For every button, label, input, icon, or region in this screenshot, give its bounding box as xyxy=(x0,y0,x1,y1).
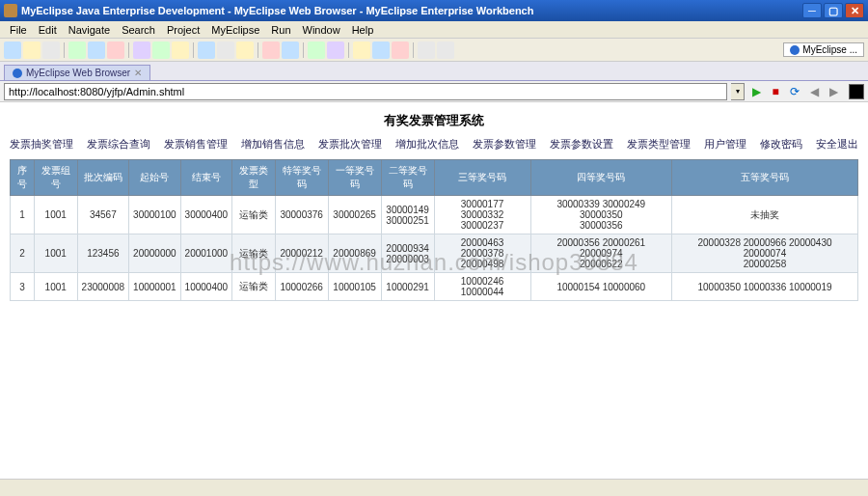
table-header-row: 序号 发票组号 批次编码 起始号 结束号 发票类型 特等奖号码 一等奖号码 二等… xyxy=(11,160,858,196)
nav-item[interactable]: 增加销售信息 xyxy=(241,137,305,152)
new-project-icon[interactable] xyxy=(198,41,215,59)
address-input[interactable] xyxy=(4,83,727,100)
col-header: 四等奖号码 xyxy=(530,160,671,196)
col-header: 批次编码 xyxy=(77,160,129,196)
table-cell: 20000869 xyxy=(328,234,381,273)
new-class-icon[interactable] xyxy=(236,41,254,59)
minimize-button[interactable]: ─ xyxy=(802,3,822,18)
status-bar xyxy=(0,479,868,496)
menu-file[interactable]: File xyxy=(4,24,33,36)
save-all-icon[interactable] xyxy=(42,41,60,59)
table-cell: 运输类 xyxy=(232,234,276,273)
search-icon[interactable] xyxy=(262,41,280,59)
reload-icon[interactable]: ⟳ xyxy=(787,84,802,99)
close-button[interactable]: ✕ xyxy=(845,3,864,18)
main-toolbar: MyEclipse ... xyxy=(0,39,868,62)
menu-myeclipse[interactable]: MyEclipse xyxy=(205,24,265,36)
col-header: 发票组号 xyxy=(34,160,77,196)
table-row: 31001230000081000000110000400运输类10000266… xyxy=(11,273,858,301)
run-icon[interactable] xyxy=(152,41,170,59)
table-cell: 20000463 20000378 20000498 xyxy=(434,234,530,273)
new-package-icon[interactable] xyxy=(217,41,234,59)
editor-tabbar: MyEclipse Web Browser ✕ xyxy=(0,62,868,81)
page-title: 有奖发票管理系统 xyxy=(10,108,858,137)
sync-icon[interactable] xyxy=(308,41,325,59)
table-cell: 10000105 xyxy=(328,273,381,301)
menu-project[interactable]: Project xyxy=(161,24,205,36)
color-swatch[interactable] xyxy=(849,84,864,99)
maximize-button[interactable]: ▢ xyxy=(824,3,843,18)
table-cell: 10000266 xyxy=(275,273,328,301)
col-header: 三等奖号码 xyxy=(434,160,530,196)
nav-item[interactable]: 发票抽奖管理 xyxy=(10,137,73,152)
back-icon[interactable]: ◀ xyxy=(806,84,822,99)
nav-item[interactable]: 发票综合查询 xyxy=(87,137,150,152)
save-icon[interactable] xyxy=(23,41,41,59)
forward-icon[interactable]: ▶ xyxy=(826,84,841,99)
tab-close-icon[interactable]: ✕ xyxy=(134,68,142,78)
stop-icon[interactable]: ■ xyxy=(768,84,783,99)
nav-item[interactable]: 发票批次管理 xyxy=(318,137,382,152)
server-icon[interactable] xyxy=(88,41,105,59)
menu-search[interactable]: Search xyxy=(116,24,161,36)
table-cell: 30000376 xyxy=(275,196,328,234)
nav-item[interactable]: 发票参数设置 xyxy=(550,137,613,152)
build-icon[interactable] xyxy=(353,41,370,59)
table-cell: 30000265 xyxy=(328,196,381,234)
deploy-icon[interactable] xyxy=(68,41,86,59)
address-dropdown-icon[interactable]: ▾ xyxy=(731,83,745,100)
nav-item[interactable]: 安全退出 xyxy=(816,137,858,152)
menu-edit[interactable]: Edit xyxy=(33,24,63,36)
col-header: 发票类型 xyxy=(232,160,276,196)
table-cell: 10000400 xyxy=(180,273,232,301)
new-icon[interactable] xyxy=(4,41,21,59)
stop-server-icon[interactable] xyxy=(107,41,124,59)
nav-item[interactable]: 发票类型管理 xyxy=(627,137,691,152)
annotate-icon[interactable] xyxy=(282,41,299,59)
menu-bar: File Edit Navigate Search Project MyEcli… xyxy=(0,21,868,39)
go-icon[interactable]: ▶ xyxy=(748,84,764,99)
refresh-icon[interactable] xyxy=(327,41,344,59)
table-cell: 运输类 xyxy=(232,273,276,301)
menu-run[interactable]: Run xyxy=(265,24,296,36)
table-cell: 20000328 20000966 20000430 20000074 2000… xyxy=(672,234,858,273)
table-cell: 30000100 xyxy=(129,196,181,234)
nav-item[interactable]: 用户管理 xyxy=(704,137,746,152)
table-cell: 10000001 xyxy=(129,273,181,301)
nav-item[interactable]: 发票销售管理 xyxy=(164,137,228,152)
nav-item[interactable]: 增加批次信息 xyxy=(395,137,459,152)
table-cell: 30000339 30000249 30000350 30000356 xyxy=(530,196,671,234)
table-cell: 20000212 xyxy=(275,234,328,273)
nav-item[interactable]: 修改密码 xyxy=(760,137,802,152)
nav-item[interactable]: 发票参数管理 xyxy=(473,137,536,152)
table-cell: 23000008 xyxy=(77,273,129,301)
validate-icon[interactable] xyxy=(372,41,390,59)
col-header: 特等奖号码 xyxy=(275,160,328,196)
menu-help[interactable]: Help xyxy=(346,24,380,36)
menu-navigate[interactable]: Navigate xyxy=(63,24,116,36)
table-cell: 1001 xyxy=(34,196,77,234)
table-cell: 3 xyxy=(11,273,35,301)
col-header: 二等奖号码 xyxy=(381,160,434,196)
back-nav-icon[interactable] xyxy=(418,41,435,59)
bookmark-icon[interactable] xyxy=(392,41,409,59)
debug-icon[interactable] xyxy=(133,41,150,59)
table-row: 11001345673000010030000400运输类30000376300… xyxy=(11,196,858,234)
menu-window[interactable]: Window xyxy=(297,24,346,36)
table-cell: 10000154 10000060 xyxy=(530,273,671,301)
table-cell: 未抽奖 xyxy=(672,196,858,234)
forward-nav-icon[interactable] xyxy=(437,41,454,59)
table-cell: 1001 xyxy=(34,273,77,301)
table-cell: 1 xyxy=(11,196,35,234)
table-cell: 20000000 xyxy=(129,234,181,273)
table-cell: 30000400 xyxy=(180,196,232,234)
tab-browser[interactable]: MyEclipse Web Browser ✕ xyxy=(4,65,150,80)
window-titlebar: MyEclipse Java Enterprise Development - … xyxy=(0,0,868,21)
window-title: MyEclipse Java Enterprise Development - … xyxy=(21,5,533,16)
col-header: 五等奖号码 xyxy=(672,160,858,196)
app-top-nav: 发票抽奖管理 发票综合查询 发票销售管理 增加销售信息 发票批次管理 增加批次信… xyxy=(10,137,858,159)
table-cell: 20000356 20000261 20000974 20000622 xyxy=(530,234,671,273)
perspective-switcher[interactable]: MyEclipse ... xyxy=(783,42,864,57)
table-cell: 10000291 xyxy=(381,273,434,301)
external-tools-icon[interactable] xyxy=(172,41,189,59)
